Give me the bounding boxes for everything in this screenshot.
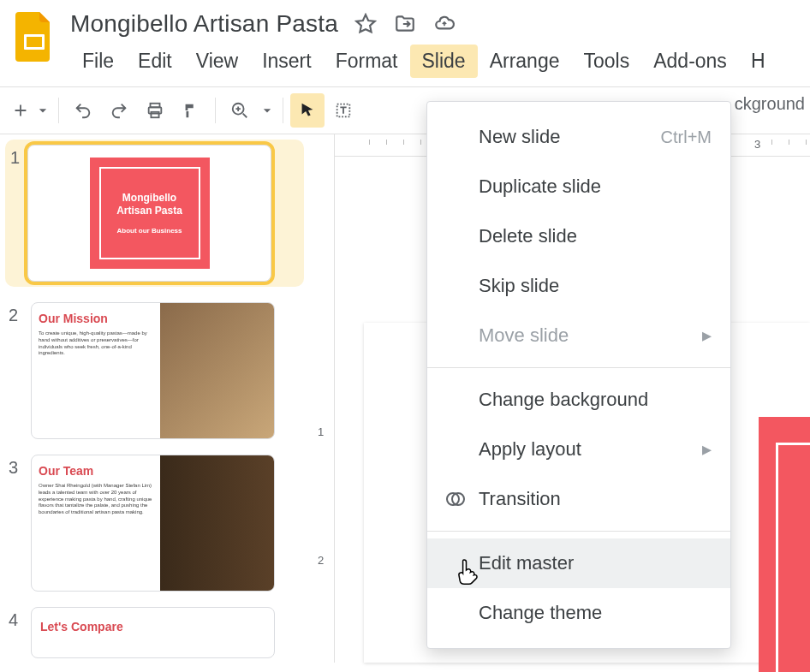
menu-label: Duplicate slide xyxy=(479,175,601,198)
cloud-sync-icon[interactable] xyxy=(432,12,456,36)
vertical-ruler: 1 2 xyxy=(313,134,335,663)
redo-button[interactable] xyxy=(102,93,136,128)
menu-arrange[interactable]: Arrange xyxy=(478,45,572,78)
slide-number: 3 xyxy=(9,455,31,478)
menu-separator xyxy=(427,367,730,368)
slide-thumb-4[interactable]: 4 Let's Compare xyxy=(9,607,304,658)
title-row: Mongibello Artisan Pasta xyxy=(70,10,796,38)
menu-change-background[interactable]: Change background xyxy=(427,375,730,425)
app-header: Mongibello Artisan Pasta File Edit View … xyxy=(0,0,810,78)
menu-label: Edit master xyxy=(479,552,574,574)
menu-tools[interactable]: Tools xyxy=(572,45,642,78)
menu-skip-slide[interactable]: Skip slide xyxy=(427,261,730,311)
slide-number: 4 xyxy=(9,607,31,630)
thumbnail-body: To create unique, high-quality pastas—ma… xyxy=(39,330,153,357)
slide-thumbnail[interactable]: Our Mission To create unique, high-quali… xyxy=(31,302,275,439)
menu-format[interactable]: Format xyxy=(324,45,410,78)
thumbnail-subtitle: About our Business xyxy=(116,227,182,235)
thumbnail-image xyxy=(160,455,275,591)
menu-addons[interactable]: Add-ons xyxy=(641,45,739,78)
slide-panel: 1 Mongibello Artisan Pasta About our Bus… xyxy=(0,134,313,663)
slide-thumb-2[interactable]: 2 Our Mission To create unique, high-qua… xyxy=(9,302,304,439)
slide-number: 2 xyxy=(9,302,31,325)
menu-apply-layout[interactable]: Apply layout ▸ xyxy=(427,425,730,474)
menu-shortcut: Ctrl+M xyxy=(661,128,712,147)
paint-format-button[interactable] xyxy=(174,93,208,128)
undo-button[interactable] xyxy=(66,93,100,128)
new-slide-dropdown[interactable] xyxy=(34,93,51,128)
svg-rect-5 xyxy=(187,111,189,117)
select-tool[interactable] xyxy=(290,93,325,128)
menu-slide[interactable]: Slide xyxy=(410,45,478,78)
menu-change-theme[interactable]: Change theme xyxy=(427,588,730,638)
move-folder-icon[interactable] xyxy=(393,12,417,36)
ruler-label: 3 xyxy=(754,138,760,151)
slide-thumb-3[interactable]: 3 Our Team Owner Shai Rheingold (with Ma… xyxy=(9,455,304,592)
menu-insert[interactable]: Insert xyxy=(250,45,324,78)
menu-label: New slide xyxy=(479,126,560,148)
thumbnail-heading: Our Team xyxy=(39,464,153,478)
toolbar-separator xyxy=(283,98,283,123)
zoom-button[interactable] xyxy=(223,93,257,128)
menu-move-slide: Move slide ▸ xyxy=(427,311,730,360)
thumbnail-content: Mongibello Artisan Pasta About our Busin… xyxy=(90,158,210,269)
submenu-arrow-icon: ▸ xyxy=(702,438,712,461)
menu-new-slide[interactable]: New slide Ctrl+M xyxy=(427,112,730,162)
toolbar-separator xyxy=(215,98,216,123)
menu-duplicate-slide[interactable]: Duplicate slide xyxy=(427,162,730,211)
menu-file[interactable]: File xyxy=(70,45,126,78)
new-slide-button[interactable] xyxy=(9,93,33,128)
thumbnail-heading: Our Mission xyxy=(39,312,153,325)
thumbnail-title: Mongibello Artisan Pasta xyxy=(106,192,194,217)
menu-label: Delete slide xyxy=(479,225,577,247)
menu-label: Transition xyxy=(479,488,561,510)
slide-thumbnail[interactable]: Let's Compare xyxy=(31,607,275,658)
submenu-arrow-icon: ▸ xyxy=(702,324,712,347)
title-area: Mongibello Artisan Pasta File Edit View … xyxy=(70,10,796,78)
menu-delete-slide[interactable]: Delete slide xyxy=(427,211,730,261)
menu-view[interactable]: View xyxy=(184,45,250,78)
slide-thumbnail[interactable]: Mongibello Artisan Pasta About our Busin… xyxy=(27,145,271,282)
menu-edit[interactable]: Edit xyxy=(126,45,184,78)
textbox-tool[interactable] xyxy=(326,93,360,128)
pointer-cursor-icon xyxy=(454,556,483,594)
doc-title[interactable]: Mongibello Artisan Pasta xyxy=(70,10,338,38)
slide-number: 1 xyxy=(5,145,27,168)
thumbnail-image xyxy=(160,303,275,438)
background-label-partial: ckground xyxy=(735,94,805,114)
menu-separator xyxy=(427,531,730,532)
slides-logo[interactable] xyxy=(14,10,55,62)
slide-thumbnail[interactable]: Our Team Owner Shai Rheingold (with Mana… xyxy=(31,455,275,592)
thumbnail-heading: Let's Compare xyxy=(40,620,265,633)
toolbar-separator xyxy=(58,98,59,123)
zoom-dropdown[interactable] xyxy=(259,93,276,128)
print-button[interactable] xyxy=(138,93,172,128)
thumbnail-body: Owner Shai Rheingold (with Manager Stefa… xyxy=(39,483,153,516)
menu-transition[interactable]: Transition xyxy=(427,474,730,524)
menu-label: Change background xyxy=(479,389,648,411)
menubar: File Edit View Insert Format Slide Arran… xyxy=(70,45,796,78)
menu-label: Apply layout xyxy=(479,438,581,461)
menu-help[interactable]: H xyxy=(739,45,777,78)
menu-label: Skip slide xyxy=(479,275,559,297)
slide-content-border xyxy=(776,443,810,672)
transition-icon xyxy=(444,488,467,510)
menu-label: Move slide xyxy=(479,324,569,347)
svg-rect-1 xyxy=(27,37,42,47)
slide-thumb-1[interactable]: 1 Mongibello Artisan Pasta About our Bus… xyxy=(5,140,304,287)
menu-label: Change theme xyxy=(479,602,602,624)
star-icon[interactable] xyxy=(354,12,378,36)
